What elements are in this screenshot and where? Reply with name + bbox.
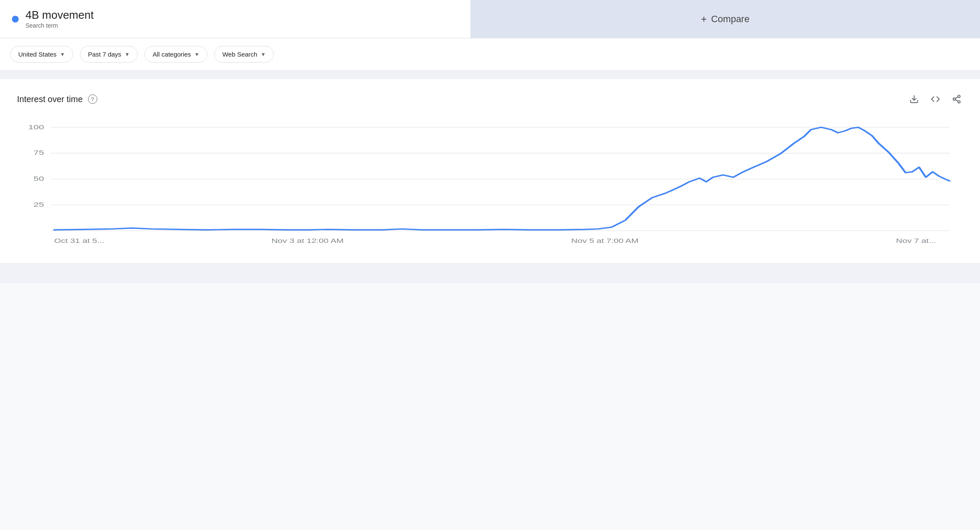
time-range-label: Past 7 days	[88, 51, 121, 58]
interest-chart: 100 75 50 25 Oct 31 at 5... Nov 3 at 12:…	[17, 118, 963, 254]
search-term-card: 4B movement Search term	[0, 0, 470, 38]
blue-dot-icon	[12, 16, 19, 23]
chart-container: 100 75 50 25 Oct 31 at 5... Nov 3 at 12:…	[17, 118, 963, 254]
main-content: Interest over time ?	[0, 71, 980, 283]
svg-text:50: 50	[34, 175, 44, 182]
chart-title-group: Interest over time ?	[17, 94, 97, 104]
chart-section: Interest over time ?	[0, 79, 980, 263]
chart-line	[54, 128, 949, 230]
region-chevron-icon: ▼	[60, 51, 65, 57]
compare-card[interactable]: + Compare	[470, 0, 980, 38]
category-filter[interactable]: All categories ▼	[144, 46, 207, 63]
svg-text:Nov 7 at...: Nov 7 at...	[896, 238, 936, 245]
svg-text:Nov 5 at 7:00 AM: Nov 5 at 7:00 AM	[571, 238, 639, 245]
time-range-chevron-icon: ▼	[125, 51, 130, 57]
help-icon[interactable]: ?	[88, 94, 97, 104]
chart-actions	[908, 93, 963, 105]
compare-label: Compare	[711, 14, 749, 25]
svg-text:75: 75	[34, 149, 44, 157]
time-range-filter[interactable]: Past 7 days ▼	[80, 46, 138, 63]
filters-bar: United States ▼ Past 7 days ▼ All catego…	[0, 38, 980, 71]
search-term-type: Search term	[25, 22, 58, 29]
category-chevron-icon: ▼	[194, 51, 199, 57]
download-button[interactable]	[908, 93, 921, 105]
svg-text:Oct 31 at 5...: Oct 31 at 5...	[54, 238, 104, 245]
search-type-label: Web Search	[222, 51, 257, 58]
search-type-filter[interactable]: Web Search ▼	[214, 46, 274, 63]
share-button[interactable]	[950, 93, 963, 105]
top-section: 4B movement Search term + Compare	[0, 0, 980, 38]
category-label: All categories	[153, 51, 191, 58]
plus-icon: +	[701, 13, 707, 25]
search-type-chevron-icon: ▼	[261, 51, 266, 57]
embed-button[interactable]	[929, 93, 942, 105]
svg-text:Nov 3 at 12:00 AM: Nov 3 at 12:00 AM	[272, 238, 344, 245]
region-filter[interactable]: United States ▼	[10, 46, 73, 63]
search-term-name: 4B movement	[25, 9, 93, 22]
region-label: United States	[18, 51, 57, 58]
svg-text:100: 100	[28, 123, 44, 131]
chart-title: Interest over time	[17, 94, 83, 104]
svg-line-5	[955, 97, 958, 99]
svg-text:25: 25	[34, 201, 44, 208]
chart-header: Interest over time ?	[17, 93, 963, 105]
svg-line-4	[955, 100, 958, 102]
